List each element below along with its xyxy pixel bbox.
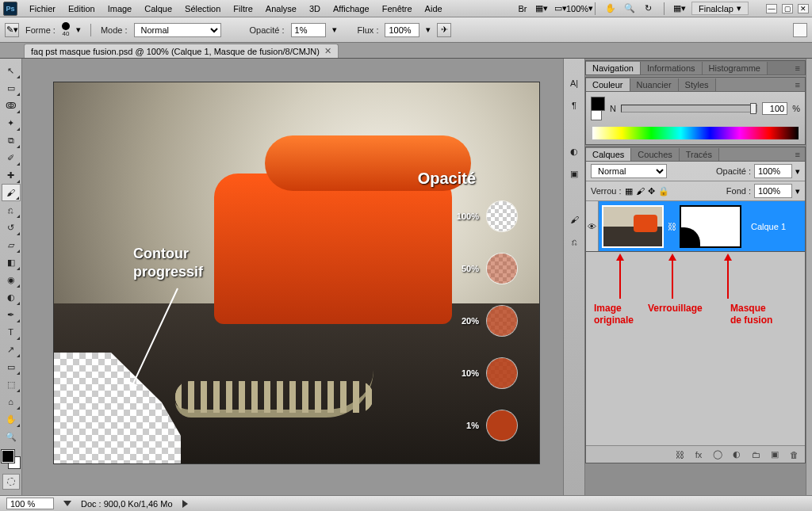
hand-tool[interactable]: ✋ (2, 410, 21, 428)
tool-preset-icon[interactable]: ✎▾ (5, 23, 19, 37)
status-zoom-input[interactable]: 100 % (6, 498, 54, 509)
3d-camera-tool[interactable]: ⌂ (2, 393, 21, 410)
layer-opacity-input[interactable]: 100% (754, 164, 792, 178)
mask-thumbnail[interactable] (680, 205, 741, 248)
crop-tool[interactable]: ⧉ (2, 132, 21, 149)
menu-edition[interactable]: Edition (63, 2, 101, 15)
document-canvas[interactable]: Contour progressif Opacité 100% 50% 20% … (54, 82, 539, 463)
layer-blend-select[interactable]: Normal (591, 164, 667, 178)
layer-name-label[interactable]: Calque 1 (745, 222, 786, 231)
airbrush-icon[interactable]: ✈ (437, 23, 451, 37)
minimize-window[interactable]: — (766, 4, 777, 13)
layer-fill-dropdown-icon[interactable]: ▾ (795, 186, 800, 196)
status-prev-icon[interactable] (63, 501, 71, 506)
tab-couleur[interactable]: Couleur (586, 78, 630, 91)
mask-link-icon[interactable]: ⛓ (667, 222, 676, 231)
menu-fenetre[interactable]: Fenêtre (377, 2, 418, 15)
color-slider[interactable] (621, 105, 757, 112)
3d-tool[interactable]: ⬚ (2, 376, 21, 393)
paragraph-panel-icon[interactable]: ¶ (565, 97, 583, 114)
lasso-tool[interactable]: ↂ (2, 97, 21, 114)
menu-aide[interactable]: Aide (419, 2, 448, 15)
menu-image[interactable]: Image (102, 2, 138, 15)
zoom-tool[interactable]: 🔍 (2, 428, 21, 445)
layers-panel-menu-icon[interactable]: ≡ (791, 148, 805, 161)
tab-calques[interactable]: Calques (586, 148, 631, 161)
eraser-tool[interactable]: ▱ (2, 236, 21, 254)
fx-icon[interactable]: fx (692, 448, 705, 461)
brush-preview[interactable]: 40 (62, 22, 70, 37)
character-panel-icon[interactable]: A| (565, 74, 583, 92)
menu-affichage[interactable]: Affichage (327, 2, 375, 15)
delete-layer-icon[interactable]: 🗑 (787, 448, 800, 461)
panel-menu-icon[interactable]: ≡ (791, 62, 805, 74)
flow-input[interactable]: 100% (385, 23, 419, 37)
hand-icon[interactable]: ✋ (603, 2, 618, 16)
menu-filtre[interactable]: Filtre (228, 2, 258, 15)
clone-source-panel-icon[interactable]: ⎌ (565, 233, 583, 250)
group-icon[interactable]: 🗀 (749, 448, 762, 461)
tab-nuancier[interactable]: Nuancier (630, 78, 679, 91)
color-swatches[interactable] (2, 450, 21, 469)
adjustment-layer-icon[interactable]: ◐ (730, 448, 743, 461)
color-value-input[interactable]: 100 (762, 102, 787, 115)
visibility-icon[interactable]: 👁 (586, 201, 599, 251)
move-tool[interactable]: ↖ (2, 62, 21, 79)
tab-couches[interactable]: Couches (631, 148, 679, 161)
menu-analyse[interactable]: Analyse (260, 2, 302, 15)
maximize-window[interactable]: ▢ (782, 4, 793, 13)
color-panel-menu-icon[interactable]: ≡ (791, 78, 805, 91)
layer-opacity-dropdown-icon[interactable]: ▾ (795, 166, 800, 177)
gradient-tool[interactable]: ◧ (2, 254, 21, 271)
menu-calque[interactable]: Calque (139, 2, 178, 15)
tab-styles[interactable]: Styles (679, 78, 716, 91)
history-brush-tool[interactable]: ↺ (2, 219, 21, 236)
stamp-tool[interactable]: ⎌ (2, 201, 21, 219)
arrange-docs-icon[interactable]: ▦▾ (534, 2, 549, 16)
dodge-tool[interactable]: ◐ (2, 288, 21, 306)
foreground-color-swatch[interactable] (2, 450, 14, 463)
tab-informations[interactable]: Informations (641, 62, 703, 74)
layer-row[interactable]: 👁 ⛓ Calque 1 (586, 201, 805, 252)
spectrum-picker[interactable] (592, 127, 799, 139)
lock-all-icon[interactable]: 🔒 (658, 186, 669, 196)
layer-thumbnail[interactable] (602, 205, 664, 248)
color-fg-swatch[interactable] (591, 97, 605, 111)
brush-dropdown-icon[interactable]: ▾ (76, 25, 81, 35)
wand-tool[interactable]: ✦ (2, 114, 21, 132)
tab-navigation[interactable]: Navigation (586, 62, 641, 74)
lock-position-icon[interactable]: ✥ (648, 186, 655, 196)
color-bg-swatch[interactable] (591, 109, 602, 120)
status-next-icon[interactable] (182, 500, 192, 508)
brush-panel-icon2[interactable]: 🖌 (565, 211, 583, 228)
menu-3d[interactable]: 3D (304, 2, 326, 15)
heal-tool[interactable]: ✚ (2, 166, 21, 184)
canvas-area[interactable]: Contour progressif Opacité 100% 50% 20% … (22, 59, 563, 495)
blend-mode-select[interactable]: Normal (134, 23, 221, 37)
zoom-icon[interactable]: 🔍 (622, 2, 637, 16)
add-mask-icon[interactable]: ◯ (711, 448, 724, 461)
bridge-icon[interactable]: Br (515, 2, 530, 16)
opacity-dropdown-icon[interactable]: ▾ (332, 25, 337, 35)
menu-selection[interactable]: Sélection (179, 2, 226, 15)
tab-histogramme[interactable]: Histogramme (703, 62, 768, 74)
brush-panel-icon[interactable] (793, 23, 807, 37)
path-select-tool[interactable]: ↗ (2, 341, 21, 358)
menu-fichier[interactable]: Fichier (24, 2, 61, 15)
adjustments-panel-icon[interactable]: ◐ (565, 143, 583, 160)
blur-tool[interactable]: ◉ (2, 271, 21, 288)
layer-fill-input[interactable]: 100% (754, 184, 792, 198)
zoom-readout[interactable]: 100% ▾ (573, 2, 587, 16)
marquee-tool[interactable]: ▭ (2, 79, 21, 97)
panel-collapse-bar[interactable] (806, 59, 812, 495)
close-doc-icon[interactable]: ✕ (324, 46, 331, 56)
lock-transparency-icon[interactable]: ▦ (625, 186, 633, 196)
workspace-switcher[interactable]: Finalclap▾ (691, 2, 749, 15)
pen-tool[interactable]: ✒ (2, 306, 21, 323)
shape-tool[interactable]: ▭ (2, 358, 21, 376)
document-tab[interactable]: faq pst masque fusion.psd @ 100% (Calque… (24, 44, 339, 58)
tab-traces[interactable]: Tracés (680, 148, 719, 161)
eyedropper-tool[interactable]: ✐ (2, 149, 21, 166)
arrange-icon[interactable]: ▦▾ (672, 2, 687, 16)
brush-tool[interactable]: 🖌 (2, 184, 21, 201)
